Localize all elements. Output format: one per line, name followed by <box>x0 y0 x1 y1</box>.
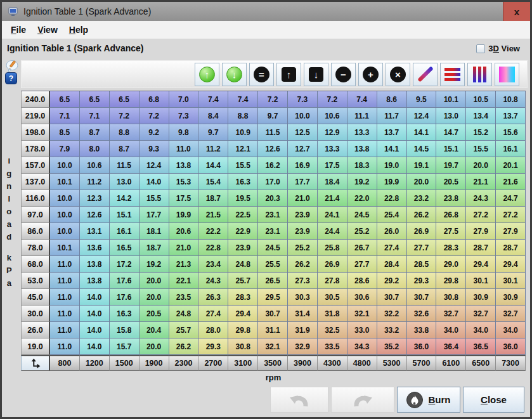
table-cell[interactable]: 10.1 <box>50 240 80 256</box>
table-cell[interactable]: 36.5 <box>466 338 496 355</box>
table-cell[interactable]: 24.1 <box>318 207 347 223</box>
undo-button[interactable] <box>270 387 328 413</box>
table-cell[interactable]: 21.1 <box>466 174 496 190</box>
table-cell[interactable]: 23.1 <box>258 207 288 223</box>
table-cell[interactable]: 30.3 <box>288 289 318 306</box>
table-cell[interactable]: 8.8 <box>110 124 139 141</box>
table-cell[interactable]: 15.6 <box>496 124 526 141</box>
table-cell[interactable]: 30.7 <box>407 289 437 306</box>
table-cell[interactable]: 23.8 <box>436 190 466 207</box>
table-cell[interactable]: 17.5 <box>318 157 347 174</box>
menu-file[interactable]: File <box>6 23 31 37</box>
swap-axes-button[interactable] <box>21 355 50 371</box>
table-cell[interactable]: 28.7 <box>496 240 526 256</box>
table-cell[interactable]: 20.0 <box>139 338 169 355</box>
table-cell[interactable]: 21.5 <box>198 207 228 223</box>
table-cell[interactable]: 20.0 <box>466 157 496 174</box>
column-header-cell[interactable]: 3100 <box>228 355 258 371</box>
table-cell[interactable]: 16.2 <box>258 157 288 174</box>
table-cell[interactable]: 32.7 <box>436 306 466 322</box>
table-cell[interactable]: 31.8 <box>318 306 347 322</box>
table-cell[interactable]: 14.0 <box>80 289 110 306</box>
table-cell[interactable]: 27.4 <box>198 306 228 322</box>
table-cell[interactable]: 10.1 <box>50 174 80 190</box>
table-cell[interactable]: 25.2 <box>288 240 318 256</box>
table-cell[interactable]: 19.1 <box>407 157 437 174</box>
table-cell[interactable]: 26.2 <box>169 338 199 355</box>
table-cell[interactable]: 22.8 <box>377 190 407 207</box>
table-cell[interactable]: 19.2 <box>139 256 169 273</box>
table-cell[interactable]: 18.7 <box>198 190 228 207</box>
table-cell[interactable]: 27.4 <box>377 240 407 256</box>
table-cell[interactable]: 16.1 <box>110 223 139 240</box>
table-cell[interactable]: 14.5 <box>407 141 437 157</box>
table-cell[interactable]: 23.9 <box>288 223 318 240</box>
table-cell[interactable]: 10.0 <box>50 157 80 174</box>
table-cell[interactable]: 29.8 <box>228 322 258 338</box>
table-cell[interactable]: 25.7 <box>228 273 258 289</box>
table-cell[interactable]: 11.5 <box>110 157 139 174</box>
table-cell[interactable]: 22.0 <box>347 190 377 207</box>
table-cell[interactable]: 30.1 <box>496 273 526 289</box>
table-cell[interactable]: 10.6 <box>80 157 110 174</box>
column-header-cell[interactable]: 6100 <box>436 355 466 371</box>
table-cell[interactable]: 13.1 <box>80 223 110 240</box>
table-cell[interactable]: 11.0 <box>50 338 80 355</box>
table-cell[interactable]: 21.0 <box>288 190 318 207</box>
table-cell[interactable]: 31.1 <box>258 322 288 338</box>
table-cell[interactable]: 27.7 <box>407 240 437 256</box>
table-cell[interactable]: 20.1 <box>496 157 526 174</box>
table-cell[interactable]: 32.7 <box>466 306 496 322</box>
table-cell[interactable]: 16.3 <box>110 306 139 322</box>
table-cell[interactable]: 26.5 <box>258 273 288 289</box>
table-cell[interactable]: 11.2 <box>80 174 110 190</box>
table-cell[interactable]: 9.7 <box>198 124 228 141</box>
table-cell[interactable]: 13.8 <box>80 273 110 289</box>
table-cell[interactable]: 11.0 <box>169 141 199 157</box>
table-cell[interactable]: 14.1 <box>407 124 437 141</box>
scale-button[interactable]: × <box>386 63 410 86</box>
table-cell[interactable]: 30.8 <box>228 338 258 355</box>
table-cell[interactable]: 28.3 <box>228 289 258 306</box>
table-cell[interactable]: 10.0 <box>50 190 80 207</box>
table-cell[interactable]: 16.1 <box>496 141 526 157</box>
column-header-cell[interactable]: 2300 <box>169 355 199 371</box>
table-cell[interactable]: 6.8 <box>139 91 169 108</box>
table-cell[interactable]: 32.2 <box>377 306 407 322</box>
table-cell[interactable]: 25.8 <box>318 240 347 256</box>
shift-up-button[interactable]: ↑ <box>276 63 301 86</box>
table-cell[interactable]: 15.1 <box>436 141 466 157</box>
table-cell[interactable]: 29.4 <box>496 256 526 273</box>
table-cell[interactable]: 13.0 <box>436 108 466 124</box>
table-cell[interactable]: 23.9 <box>228 240 258 256</box>
row-header-cell[interactable]: 137.0 <box>21 174 50 190</box>
color-gradient-button[interactable] <box>495 63 519 86</box>
view-3d-checkbox[interactable] <box>476 44 485 53</box>
table-cell[interactable]: 26.3 <box>198 289 228 306</box>
table-cell[interactable]: 27.7 <box>347 256 377 273</box>
table-cell[interactable]: 7.3 <box>169 108 199 124</box>
table-cell[interactable]: 15.8 <box>110 322 139 338</box>
table-cell[interactable]: 8.0 <box>80 141 110 157</box>
column-header-cell[interactable]: 3900 <box>288 355 318 371</box>
table-cell[interactable]: 27.3 <box>288 273 318 289</box>
table-cell[interactable]: 15.4 <box>198 174 228 190</box>
table-cell[interactable]: 36.0 <box>496 338 526 355</box>
row-header-cell[interactable]: 86.0 <box>21 223 50 240</box>
table-cell[interactable]: 6.5 <box>80 91 110 108</box>
table-cell[interactable]: 11.7 <box>377 108 407 124</box>
table-cell[interactable]: 27.9 <box>466 223 496 240</box>
table-cell[interactable]: 30.8 <box>436 289 466 306</box>
table-cell[interactable]: 28.6 <box>347 273 377 289</box>
table-cell[interactable]: 22.9 <box>228 223 258 240</box>
table-cell[interactable]: 36.0 <box>407 338 437 355</box>
column-header-cell[interactable]: 2700 <box>198 355 228 371</box>
table-cell[interactable]: 29.0 <box>436 256 466 273</box>
table-cell[interactable]: 14.0 <box>80 338 110 355</box>
table-cell[interactable]: 10.0 <box>50 223 80 240</box>
table-cell[interactable]: 7.4 <box>228 91 258 108</box>
table-cell[interactable]: 19.0 <box>377 157 407 174</box>
table-cell[interactable]: 9.8 <box>169 124 199 141</box>
table-cell[interactable]: 33.8 <box>407 322 437 338</box>
table-cell[interactable]: 29.3 <box>407 273 437 289</box>
